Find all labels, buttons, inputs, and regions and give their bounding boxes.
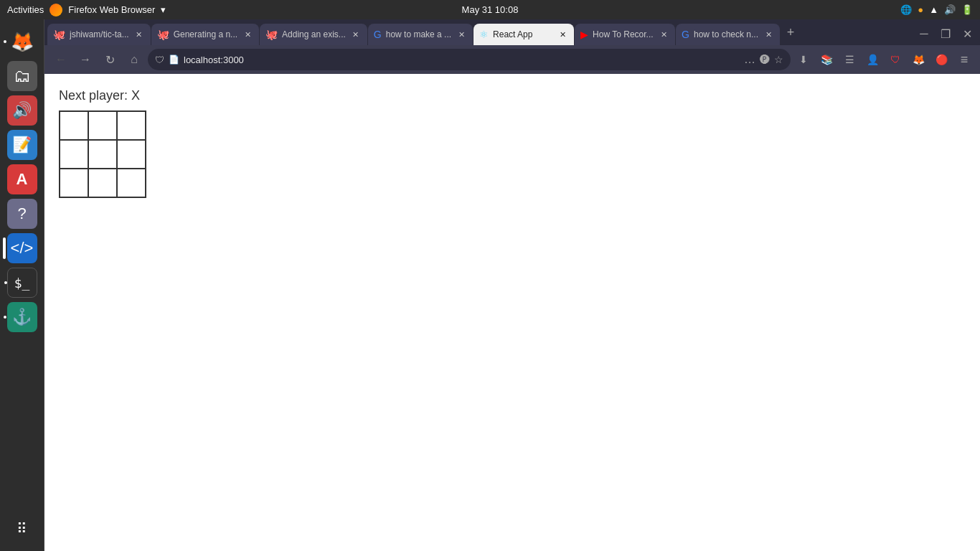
library-icon[interactable]: 📚 — [816, 50, 837, 70]
cell-1-0[interactable] — [60, 141, 89, 169]
tab-how-to-check[interactable]: G how to check n... ✕ — [676, 24, 780, 45]
window-controls: ─ ❐ ✕ — [914, 24, 977, 45]
tabbar: 🐙 jshiwam/tic-ta... ✕ 🐙 Generating a n..… — [44, 19, 980, 45]
network-icon: 🌐 — [900, 4, 912, 15]
shield-icon: 🛡 — [155, 55, 164, 65]
addon1-icon[interactable]: 🦊 — [908, 50, 928, 70]
account-icon[interactable]: 👤 — [862, 50, 882, 70]
addon2-icon[interactable]: 🔴 — [931, 50, 951, 70]
cell-2-1[interactable] — [89, 169, 118, 198]
os-topbar: Activities Firefox Web Browser ▾ May 31 … — [0, 0, 980, 19]
cell-0-1[interactable] — [89, 112, 118, 141]
tab7-title: how to check n... — [694, 29, 758, 39]
new-tab-button[interactable]: + — [781, 22, 801, 42]
tab1-title: jshiwam/tic-ta... — [70, 29, 129, 39]
tab3-title: Adding an exis... — [282, 29, 346, 39]
shield-toolbar-icon[interactable]: 🛡 — [885, 50, 905, 70]
sidebar-icon-files[interactable]: 🗂 — [7, 61, 37, 91]
volume-icon: 🔊 — [944, 4, 956, 15]
tab6-close[interactable]: ✕ — [658, 29, 669, 40]
page-icon: 📄 — [169, 55, 179, 65]
tab3-close[interactable]: ✕ — [350, 29, 362, 40]
sidebar-icon-writer[interactable]: 📝 — [7, 130, 37, 160]
tab3-favicon: 🐙 — [265, 29, 278, 40]
tab2-close[interactable]: ✕ — [242, 29, 253, 40]
os-topbar-left: Activities Firefox Web Browser ▾ — [7, 4, 166, 17]
bookmark-icon[interactable]: ☆ — [774, 54, 783, 65]
cell-2-0[interactable] — [60, 169, 89, 198]
activities-label[interactable]: Activities — [7, 4, 44, 15]
tab-how-to-record[interactable]: ▶ How To Recor... ✕ — [575, 24, 675, 45]
tic-tac-toe-board — [59, 110, 146, 198]
wallet-icon: ● — [918, 4, 923, 15]
tab6-title: How To Recor... — [593, 29, 654, 39]
tab6-favicon: ▶ — [580, 29, 588, 40]
close-window-button[interactable]: ✕ — [957, 24, 977, 44]
sidebar: 🦊 🗂 🔊 📝 A ? </> $_ ⚓ ⠿ — [0, 19, 44, 551]
tab-how-to-make[interactable]: G how to make a ... ✕ — [368, 24, 473, 45]
app-name-label[interactable]: Firefox Web Browser — [68, 4, 155, 15]
tab4-close[interactable]: ✕ — [456, 29, 467, 40]
forward-button[interactable]: → — [75, 49, 96, 70]
tab-github-add[interactable]: 🐙 Adding an exis... ✕ — [260, 24, 367, 45]
cell-0-0[interactable] — [60, 112, 89, 141]
more-options-icon[interactable]: … — [744, 53, 755, 66]
tab1-close[interactable]: ✕ — [133, 29, 145, 40]
content-area: Next player: X — [44, 74, 980, 551]
tab-github-tic[interactable]: 🐙 jshiwam/tic-ta... ✕ — [47, 24, 151, 45]
minimize-button[interactable]: ─ — [914, 24, 934, 44]
firefox-topbar-logo — [50, 4, 62, 17]
home-button[interactable]: ⌂ — [123, 49, 145, 70]
download-icon[interactable]: ⬇ — [793, 50, 814, 70]
tab5-title: React App — [493, 29, 552, 39]
sidebar-icon-vscode[interactable]: </> — [7, 233, 37, 263]
pocket-icon[interactable]: 🅟 — [760, 54, 770, 65]
tab4-favicon: G — [374, 29, 382, 40]
tab5-close[interactable]: ✕ — [557, 29, 568, 40]
cell-1-2[interactable] — [118, 141, 146, 169]
tab5-favicon: ⚛ — [479, 29, 489, 40]
back-button[interactable]: ← — [50, 49, 72, 70]
sidebar-icon-audio[interactable]: 🔊 — [7, 95, 37, 126]
navbar: ← → ↻ ⌂ 🛡 📄 … 🅟 ☆ ⬇ 📚 ☰ 👤 🛡 🦊 🔴 ≡ — [44, 45, 980, 74]
app-dropdown-icon[interactable]: ▾ — [161, 4, 166, 15]
cell-0-2[interactable] — [118, 112, 146, 141]
battery-icon: 🔋 — [961, 4, 973, 15]
sidebar-icon-help[interactable]: ? — [7, 199, 37, 229]
sidebar-icon-gitkraken[interactable]: ⚓ — [7, 302, 37, 332]
sidebar-icon-terminal[interactable]: $_ — [7, 268, 37, 298]
tab7-favicon: G — [682, 29, 689, 40]
sidebar-icon-appstore[interactable]: A — [7, 164, 37, 194]
nav-right-icons: ⬇ 📚 ☰ 👤 🛡 🦊 🔴 ≡ — [793, 50, 974, 70]
tab7-close[interactable]: ✕ — [763, 29, 774, 40]
sidebar-bottom: ⠿ — [7, 514, 37, 544]
address-bar-container[interactable]: 🛡 📄 … 🅟 ☆ — [148, 49, 791, 70]
reader-icon[interactable]: ☰ — [839, 50, 859, 70]
tab-react-app[interactable]: ⚛ React App ✕ — [473, 24, 574, 45]
sidebar-icon-apps-grid[interactable]: ⠿ — [7, 514, 37, 544]
tab4-title: how to make a ... — [386, 29, 451, 39]
cell-1-1[interactable] — [89, 141, 118, 169]
tab-github-gen[interactable]: 🐙 Generating a n... ✕ — [151, 24, 259, 45]
os-topbar-right: 🌐 ● ▲ 🔊 🔋 — [900, 4, 973, 15]
tab1-favicon: 🐙 — [53, 29, 65, 40]
reload-button[interactable]: ↻ — [99, 49, 121, 70]
tab2-favicon: 🐙 — [157, 29, 169, 40]
os-datetime: May 31 10:08 — [462, 4, 519, 15]
tab2-title: Generating a n... — [174, 29, 237, 39]
address-bar[interactable] — [184, 55, 740, 65]
next-player-label: Next player: X — [59, 88, 966, 103]
menu-icon[interactable]: ≡ — [954, 50, 974, 70]
cell-2-2[interactable] — [118, 169, 146, 198]
browser-window: 🐙 jshiwam/tic-ta... ✕ 🐙 Generating a n..… — [44, 19, 980, 551]
sidebar-icon-firefox[interactable]: 🦊 — [7, 27, 37, 57]
wifi-icon: ▲ — [929, 4, 938, 15]
maximize-button[interactable]: ❐ — [936, 24, 956, 44]
